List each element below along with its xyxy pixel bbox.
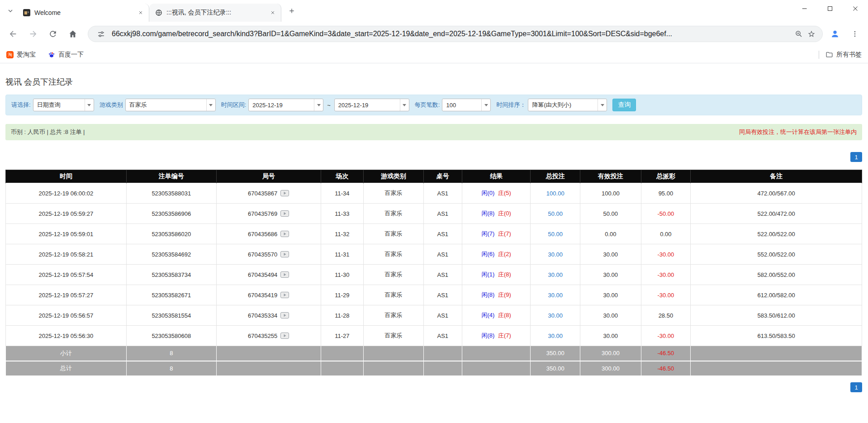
chevron-down-icon (7, 7, 14, 14)
cell-time: 2025-12-19 05:57:54 (6, 265, 127, 285)
home-button[interactable] (64, 25, 81, 43)
game-type-select[interactable]: 百家乐 (125, 99, 216, 111)
cell-result: 闲(8) 庄(0) (462, 204, 530, 224)
window-close-button[interactable] (843, 0, 868, 17)
video-replay-icon[interactable] (280, 271, 289, 278)
bookmark-taobao[interactable]: 淘 爱淘宝 (6, 51, 36, 59)
cell-remark: 612.00/582.00 (691, 285, 862, 305)
cell-round-id: 670435686 (216, 224, 321, 244)
cell-valid-bet: 30.00 (580, 285, 641, 305)
select-type-label: 请选择: (11, 101, 31, 109)
menu-button[interactable] (846, 25, 863, 43)
address-bar[interactable]: 66cxkj98.com/game/betrecord_search/kind3… (88, 26, 823, 42)
bookmark-label: 百度一下 (58, 51, 84, 59)
round-number: 670435255 (248, 333, 277, 339)
cell-game-type: 百家乐 (364, 224, 424, 244)
cell-valid-bet: 30.00 (580, 326, 641, 346)
cell-total-bet[interactable]: 50.00 (548, 210, 563, 217)
result-player: 闲(4) (481, 312, 494, 318)
profile-button[interactable] (826, 25, 844, 43)
header-session: 场次 (321, 170, 364, 183)
cell-total-bet[interactable]: 30.00 (548, 312, 563, 319)
video-replay-icon[interactable] (280, 312, 289, 318)
cell-total-bet[interactable]: 30.00 (548, 292, 563, 299)
result-banker: 庄(9) (498, 291, 511, 298)
site-settings-icon[interactable] (95, 28, 107, 40)
forward-button[interactable] (24, 25, 42, 43)
tab-betrecord[interactable]: :::视讯, 会员下注纪录::: (149, 4, 281, 22)
tab-strip: Welcome :::视讯, 会员下注纪录::: (0, 0, 868, 22)
video-replay-icon[interactable] (280, 210, 289, 217)
cell-game-type: 百家乐 (364, 285, 424, 305)
cell-table-no: AS1 (423, 224, 462, 244)
cell-total-bet[interactable]: 30.00 (548, 333, 563, 339)
query-type-select[interactable]: 日期查询 (33, 99, 94, 111)
date-range-label: 时间区间: (221, 101, 247, 109)
zoom-icon[interactable] (792, 28, 805, 40)
maximize-button[interactable] (817, 0, 843, 17)
minimize-button[interactable] (792, 0, 817, 17)
date-end-select[interactable]: 2025-12-19 (334, 99, 409, 111)
page-size-select[interactable]: 100 (442, 99, 491, 111)
profile-icon (830, 29, 840, 39)
result-banker: 庄(5) (498, 190, 511, 196)
window-controls (792, 0, 868, 22)
cell-total-bet[interactable]: 100.00 (546, 190, 564, 197)
all-bookmarks-label: 所有书签 (836, 51, 862, 59)
tab-close-icon[interactable] (268, 8, 277, 17)
cell-result: 闲(7) 庄(7) (462, 224, 530, 244)
cell-bet-id: 523053583734 (126, 265, 216, 285)
cell-time: 2025-12-19 05:56:30 (6, 326, 127, 346)
page-number-button[interactable]: 1 (850, 152, 862, 162)
cell-time: 2025-12-19 05:57:27 (6, 285, 127, 305)
cell-game-type: 百家乐 (364, 265, 424, 285)
cell-bet-id: 523053580608 (126, 326, 216, 346)
page-size-label: 每页笔数: (415, 101, 440, 109)
back-button[interactable] (5, 25, 22, 43)
table-row: 2025-12-19 05:57:27 523053582671 6704354… (6, 285, 862, 305)
query-type-value: 日期查询 (33, 99, 85, 111)
bookmark-star-icon[interactable] (805, 28, 818, 40)
date-separator: ~ (327, 102, 331, 109)
cell-remark: 472.00/567.00 (691, 183, 862, 204)
page-number-button[interactable]: 1 (850, 382, 862, 392)
cell-session: 11-32 (321, 224, 364, 244)
video-replay-icon[interactable] (280, 231, 289, 237)
cell-time: 2025-12-19 05:59:27 (6, 204, 127, 224)
all-bookmarks-button[interactable]: 所有书签 (825, 51, 862, 59)
bookmarks-bar: 淘 爱淘宝 百度一下 所有书签 (0, 46, 868, 63)
video-replay-icon[interactable] (280, 333, 289, 339)
tab-search-button[interactable] (4, 4, 17, 18)
url-text[interactable]: 66cxkj98.com/game/betrecord_search/kind3… (112, 30, 788, 38)
cell-remark: 613.50/583.50 (691, 326, 862, 346)
video-replay-icon[interactable] (280, 292, 289, 298)
round-number: 670435867 (248, 190, 277, 197)
cell-table-no: AS1 (423, 285, 462, 305)
round-number: 670435769 (248, 210, 277, 217)
cell-valid-bet: 50.00 (580, 204, 641, 224)
bookmark-baidu[interactable]: 百度一下 (47, 51, 84, 59)
table-row: 2025-12-19 05:57:54 523053583734 6704354… (6, 265, 862, 285)
date-start-select[interactable]: 2025-12-19 (248, 99, 323, 111)
pagination-bottom: 1 (5, 382, 862, 392)
round-number: 670435494 (248, 271, 277, 278)
header-time: 时间 (6, 170, 127, 183)
chevron-down-icon (85, 99, 94, 111)
tab-welcome[interactable]: Welcome (17, 4, 149, 22)
video-replay-icon[interactable] (280, 251, 289, 257)
tab-close-icon[interactable] (136, 8, 145, 17)
cell-total-bet[interactable]: 30.00 (548, 271, 563, 278)
cell-payout: 95.00 (641, 183, 691, 204)
table-row: 2025-12-19 05:56:30 523053580608 6704352… (6, 326, 862, 346)
sort-select[interactable]: 降冪(由大到小) (528, 99, 607, 111)
reload-button[interactable] (44, 25, 62, 43)
subtotal-row: 小计 8 350.00 300.00 -46.50 (6, 346, 862, 361)
round-number: 670435334 (248, 312, 277, 319)
cell-table-no: AS1 (423, 204, 462, 224)
cell-total-bet[interactable]: 50.00 (548, 231, 563, 238)
cell-result: 闲(8) 庄(9) (462, 285, 530, 305)
new-tab-button[interactable] (285, 4, 299, 18)
video-replay-icon[interactable] (280, 190, 289, 196)
cell-total-bet[interactable]: 30.00 (548, 251, 563, 258)
search-button[interactable]: 查询 (612, 99, 636, 111)
